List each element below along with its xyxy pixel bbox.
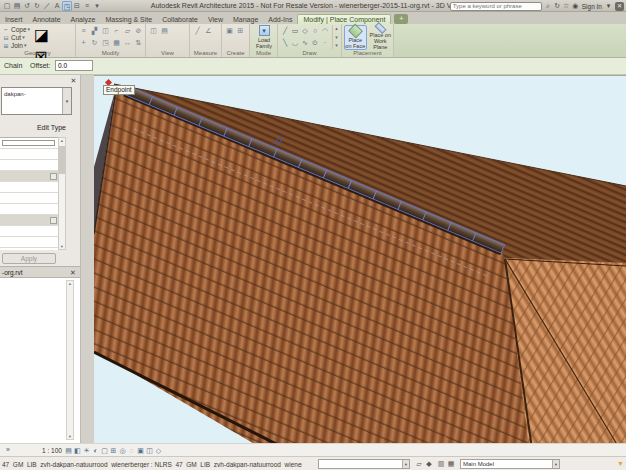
draw-rectangle-icon[interactable]: ▭ bbox=[290, 25, 300, 37]
associate-parameter-button[interactable] bbox=[50, 217, 57, 224]
edit-type-button[interactable]: Edit Type bbox=[37, 124, 66, 131]
browser-scroll-up-icon[interactable]: ▴ bbox=[67, 281, 73, 286]
sign-in-button[interactable]: Sign In bbox=[582, 3, 602, 10]
default-3d-view-icon[interactable]: ◳ bbox=[62, 1, 72, 11]
worksets-icon[interactable]: ▥ bbox=[436, 459, 446, 469]
user-icon[interactable]: ◉ bbox=[571, 2, 580, 10]
project-browser-close-icon[interactable]: ✕ bbox=[70, 269, 76, 277]
array-icon[interactable]: ▦ bbox=[111, 37, 122, 49]
view-scale-button[interactable]: 1 : 100 bbox=[42, 447, 62, 454]
tab-annotate[interactable]: Annotate bbox=[28, 15, 66, 24]
tab-collaborate[interactable]: Collaborate bbox=[157, 15, 203, 24]
tab-manage[interactable]: Manage bbox=[228, 15, 263, 24]
crop-region-icon[interactable]: ⊞ bbox=[109, 445, 118, 456]
visibility-graphics-icon[interactable]: ◫ bbox=[148, 25, 159, 37]
property-group-header[interactable] bbox=[0, 171, 58, 182]
section-icon[interactable]: ⊟ bbox=[72, 1, 82, 11]
text-icon[interactable]: A bbox=[52, 1, 62, 11]
offset-input[interactable] bbox=[55, 60, 93, 71]
draw-scroll-down-icon[interactable]: ▾ bbox=[333, 34, 340, 41]
dimension-icon[interactable]: ∠ bbox=[203, 25, 214, 37]
requests-icon[interactable]: ◆ bbox=[424, 459, 434, 469]
palette-splitter[interactable] bbox=[80, 75, 94, 443]
detail-level-icon[interactable]: ▤ bbox=[64, 445, 73, 456]
selection-filter-icon[interactable]: ▼ bbox=[617, 460, 624, 467]
copy-icon[interactable]: ◳ bbox=[100, 37, 111, 49]
undo-icon[interactable]: ↺ bbox=[22, 1, 32, 11]
property-row[interactable] bbox=[0, 160, 58, 171]
split-icon[interactable]: ▞ bbox=[89, 25, 100, 37]
mirror-icon[interactable]: ◫ bbox=[100, 25, 111, 37]
workset-dropdown-icon[interactable]: ▾ bbox=[552, 460, 559, 468]
thin-lines-view-icon[interactable]: ▤ bbox=[159, 25, 170, 37]
save-icon[interactable]: ▤ bbox=[12, 1, 22, 11]
crop-view-icon[interactable]: ▢ bbox=[100, 445, 109, 456]
palette-expand-icon[interactable]: » bbox=[6, 446, 10, 453]
design-option-select[interactable]: ▾ bbox=[318, 459, 410, 469]
active-workset-icon[interactable]: ▱ bbox=[414, 459, 424, 469]
associate-parameter-button[interactable] bbox=[50, 173, 57, 180]
draw-arc-icon[interactable]: ◠ bbox=[320, 25, 330, 37]
property-row[interactable] bbox=[0, 138, 58, 149]
ribbon-state-toggle-icon[interactable]: + bbox=[394, 14, 408, 24]
design-option-dropdown-icon[interactable]: ▾ bbox=[402, 460, 409, 468]
tab-analyze[interactable]: Analyze bbox=[66, 15, 101, 24]
geometry-join-button[interactable]: ⊞Join▾ bbox=[2, 41, 30, 49]
measure-line-icon[interactable]: ╱ bbox=[192, 25, 203, 37]
trim-icon[interactable]: ⌐ bbox=[111, 25, 122, 37]
properties-grid[interactable] bbox=[0, 137, 58, 250]
communication-center-icon[interactable]: ↻ bbox=[553, 2, 562, 10]
project-browser-tree[interactable]: ▴ ▾ bbox=[0, 278, 80, 443]
redo-icon[interactable]: ↻ bbox=[32, 1, 42, 11]
draw-scrollbar[interactable]: ▴ ▾ ▾ bbox=[332, 25, 340, 49]
type-selector-dropdown-icon[interactable]: ▾ bbox=[62, 88, 71, 114]
scale-icon[interactable]: ↔ bbox=[122, 37, 133, 49]
property-group-header[interactable] bbox=[0, 215, 58, 226]
place-on-work-plane-button[interactable]: Place on Work Plane bbox=[369, 25, 392, 50]
workset-select[interactable]: Main Model ▾ bbox=[460, 459, 560, 469]
temporary-view-properties-icon[interactable]: ▣ bbox=[136, 445, 145, 456]
chain-checkbox-label[interactable]: Chain bbox=[4, 62, 22, 69]
scroll-thumb[interactable] bbox=[59, 146, 65, 174]
dropdown-icon[interactable]: ▾ bbox=[28, 26, 31, 32]
draw-scroll-up-icon[interactable]: ▴ bbox=[333, 25, 340, 32]
worksharing-display-icon[interactable]: ◫ bbox=[145, 445, 154, 456]
tab-view[interactable]: View bbox=[203, 15, 228, 24]
property-row[interactable] bbox=[0, 149, 58, 160]
customize-qat-icon[interactable]: ▾ bbox=[92, 1, 102, 11]
apply-button[interactable]: Apply bbox=[2, 253, 56, 264]
paint-icon[interactable]: ◪ bbox=[34, 25, 49, 44]
offset-icon[interactable]: ▱ bbox=[122, 25, 133, 37]
draw-spline-icon[interactable]: ∿ bbox=[300, 37, 310, 49]
draw-arc2-icon[interactable]: ◡ bbox=[290, 37, 300, 49]
draw-circle-icon[interactable]: ○ bbox=[310, 25, 320, 37]
scroll-down-icon[interactable]: ▾ bbox=[59, 244, 65, 249]
place-on-face-button[interactable]: Place on Face bbox=[344, 25, 367, 50]
draw-expand-icon[interactable]: ▾ bbox=[333, 42, 340, 49]
project-browser-tab[interactable]: -org.rvt ✕ bbox=[0, 266, 80, 278]
property-row[interactable] bbox=[0, 237, 58, 248]
rotate-icon[interactable]: ↻ bbox=[89, 37, 100, 49]
pick-line-icon[interactable]: · bbox=[320, 37, 330, 49]
draw-line-icon[interactable]: ╱ bbox=[280, 25, 290, 37]
search-input[interactable] bbox=[450, 2, 542, 11]
draw-point-icon[interactable]: ⊙ bbox=[310, 37, 320, 49]
sun-path-icon[interactable]: ☀ bbox=[82, 445, 91, 456]
align-icon[interactable]: ≡ bbox=[78, 25, 89, 37]
search-icon[interactable]: ⌕ bbox=[544, 2, 553, 10]
create-group-icon[interactable]: ▣ bbox=[224, 25, 235, 37]
thin-lines-icon[interactable]: ≡ bbox=[82, 1, 92, 11]
visual-style-icon[interactable]: ◧ bbox=[73, 445, 82, 456]
app-menu-icon[interactable]: ▢ bbox=[2, 1, 12, 11]
load-family-button[interactable]: ▾ Load Family bbox=[252, 25, 276, 50]
close-icon[interactable]: ✕ bbox=[615, 2, 624, 11]
dropdown-icon[interactable]: ▾ bbox=[24, 42, 27, 48]
draw-polygon-icon[interactable]: ◇ bbox=[300, 25, 310, 37]
geometry-cut-button[interactable]: ⊟Cut▾ bbox=[2, 33, 30, 41]
scroll-up-icon[interactable]: ▴ bbox=[59, 138, 65, 143]
pin-icon[interactable]: ⇅ bbox=[133, 37, 144, 49]
measure-icon[interactable]: ／ bbox=[42, 1, 52, 11]
infocenter-toggle-icon[interactable]: ▾ bbox=[604, 2, 613, 10]
property-row[interactable] bbox=[0, 193, 58, 204]
move-icon[interactable]: + bbox=[78, 37, 89, 49]
